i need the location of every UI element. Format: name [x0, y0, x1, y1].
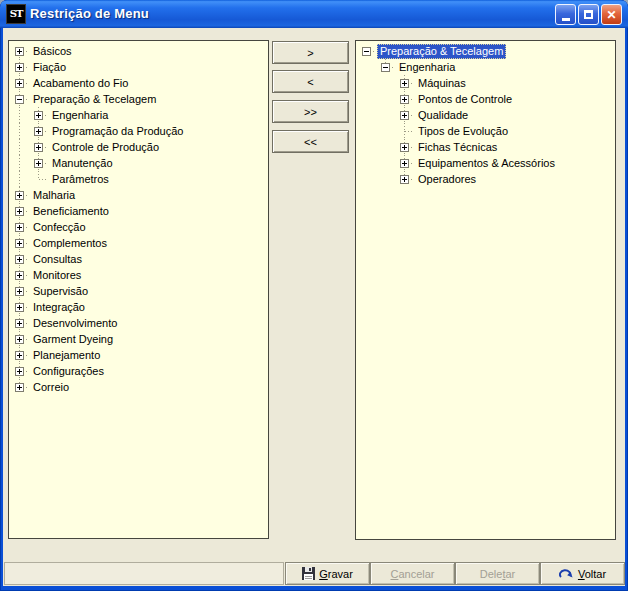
- tree-item-label[interactable]: Desenvolvimento: [30, 316, 120, 331]
- tree-item-label[interactable]: Qualidade: [415, 108, 471, 123]
- tree-item-label[interactable]: Manutenção: [49, 156, 116, 171]
- tree-item[interactable]: Confecção: [9, 219, 268, 235]
- tree-item[interactable]: Programação da Produção: [9, 123, 268, 139]
- tree-item[interactable]: Preparação & Tecelagem: [356, 43, 615, 59]
- tree-item[interactable]: Preparação & Tecelagem: [9, 91, 268, 107]
- tree-item-label[interactable]: Máquinas: [415, 76, 469, 91]
- expand-plus-icon[interactable]: [15, 303, 24, 312]
- expand-plus-icon[interactable]: [15, 271, 24, 280]
- tree-item[interactable]: Desenvolvimento: [9, 315, 268, 331]
- tree-item-label[interactable]: Beneficiamento: [30, 204, 112, 219]
- tree-item-label[interactable]: Pontos de Controle: [415, 92, 515, 107]
- tree-item-label[interactable]: Preparação & Tecelagem: [377, 44, 506, 59]
- move-all-right-button[interactable]: >>: [272, 100, 349, 123]
- minimize-button[interactable]: [555, 4, 576, 25]
- expand-plus-icon[interactable]: [34, 159, 43, 168]
- tree-item[interactable]: Qualidade: [356, 107, 615, 123]
- expand-plus-icon[interactable]: [400, 111, 409, 120]
- cancelar-button[interactable]: Cancelar: [370, 562, 455, 585]
- move-all-left-button[interactable]: <<: [272, 130, 349, 153]
- tree-item[interactable]: Básicos: [9, 43, 268, 59]
- expand-plus-icon[interactable]: [400, 79, 409, 88]
- tree-item-label[interactable]: Acabamento do Fio: [30, 76, 131, 91]
- tree-item-label[interactable]: Fiação: [30, 60, 69, 75]
- tree-item-label[interactable]: Parâmetros: [49, 172, 112, 187]
- tree-item[interactable]: Correio: [9, 379, 268, 395]
- expand-plus-icon[interactable]: [15, 287, 24, 296]
- tree-item-label[interactable]: Equipamentos & Acessórios: [415, 156, 558, 171]
- tree-item[interactable]: Complementos: [9, 235, 268, 251]
- titlebar[interactable]: ST Restrição de Menu ✕: [0, 0, 628, 28]
- gravar-button[interactable]: Gravar: [285, 562, 370, 585]
- tree-item[interactable]: Acabamento do Fio: [9, 75, 268, 91]
- tree-item[interactable]: Malharia: [9, 187, 268, 203]
- selected-menu-tree[interactable]: Preparação & TecelagemEngenhariaMáquinas…: [355, 40, 616, 540]
- expand-plus-icon[interactable]: [34, 143, 43, 152]
- expand-plus-icon[interactable]: [400, 143, 409, 152]
- tree-item-label[interactable]: Planejamento: [30, 348, 103, 363]
- tree-item-label[interactable]: Complementos: [30, 236, 110, 251]
- tree-item[interactable]: Integração: [9, 299, 268, 315]
- close-button[interactable]: ✕: [601, 4, 622, 25]
- tree-item[interactable]: Controle de Produção: [9, 139, 268, 155]
- expand-plus-icon[interactable]: [400, 159, 409, 168]
- tree-item[interactable]: Operadores: [356, 171, 615, 187]
- available-menu-tree[interactable]: BásicosFiaçãoAcabamento do FioPreparação…: [8, 40, 269, 539]
- tree-item-label[interactable]: Controle de Produção: [49, 140, 162, 155]
- tree-item[interactable]: Manutenção: [9, 155, 268, 171]
- move-left-button[interactable]: <: [272, 70, 349, 93]
- tree-item-label[interactable]: Tipos de Evolução: [415, 124, 511, 139]
- voltar-button[interactable]: Voltar: [540, 562, 625, 585]
- tree-item-label[interactable]: Operadores: [415, 172, 479, 187]
- expand-plus-icon[interactable]: [15, 47, 24, 56]
- expand-plus-icon[interactable]: [15, 367, 24, 376]
- expand-plus-icon[interactable]: [15, 79, 24, 88]
- tree-item[interactable]: Máquinas: [356, 75, 615, 91]
- tree-item[interactable]: Fiação: [9, 59, 268, 75]
- collapse-minus-icon[interactable]: [381, 63, 390, 72]
- tree-item[interactable]: Engenharia: [356, 59, 615, 75]
- tree-item-label[interactable]: Garment Dyeing: [30, 332, 116, 347]
- tree-item[interactable]: Garment Dyeing: [9, 331, 268, 347]
- expand-plus-icon[interactable]: [15, 191, 24, 200]
- tree-item[interactable]: Tipos de Evolução: [356, 123, 615, 139]
- tree-item[interactable]: Supervisão: [9, 283, 268, 299]
- tree-item[interactable]: Beneficiamento: [9, 203, 268, 219]
- tree-item[interactable]: Pontos de Controle: [356, 91, 615, 107]
- tree-item[interactable]: Monitores: [9, 267, 268, 283]
- tree-item[interactable]: Consultas: [9, 251, 268, 267]
- tree-item-label[interactable]: Monitores: [30, 268, 84, 283]
- expand-plus-icon[interactable]: [400, 175, 409, 184]
- tree-item-label[interactable]: Correio: [30, 380, 72, 395]
- maximize-button[interactable]: [578, 4, 599, 25]
- tree-item-label[interactable]: Consultas: [30, 252, 85, 267]
- move-right-button[interactable]: >: [272, 41, 349, 64]
- expand-plus-icon[interactable]: [15, 63, 24, 72]
- collapse-minus-icon[interactable]: [15, 95, 24, 104]
- expand-plus-icon[interactable]: [15, 351, 24, 360]
- tree-item-label[interactable]: Supervisão: [30, 284, 91, 299]
- tree-item[interactable]: Equipamentos & Acessórios: [356, 155, 615, 171]
- expand-plus-icon[interactable]: [15, 255, 24, 264]
- tree-item[interactable]: Fichas Técnicas: [356, 139, 615, 155]
- tree-item-label[interactable]: Configurações: [30, 364, 107, 379]
- tree-item-label[interactable]: Engenharia: [396, 60, 458, 75]
- tree-item[interactable]: Planejamento: [9, 347, 268, 363]
- expand-plus-icon[interactable]: [15, 335, 24, 344]
- expand-plus-icon[interactable]: [15, 223, 24, 232]
- tree-item-label[interactable]: Malharia: [30, 188, 78, 203]
- expand-plus-icon[interactable]: [34, 127, 43, 136]
- collapse-minus-icon[interactable]: [362, 47, 371, 56]
- tree-item[interactable]: Configurações: [9, 363, 268, 379]
- expand-plus-icon[interactable]: [15, 239, 24, 248]
- expand-plus-icon[interactable]: [15, 383, 24, 392]
- expand-plus-icon[interactable]: [400, 95, 409, 104]
- tree-item-label[interactable]: Engenharia: [49, 108, 111, 123]
- tree-item-label[interactable]: Integração: [30, 300, 88, 315]
- tree-item-label[interactable]: Preparação & Tecelagem: [30, 92, 159, 107]
- tree-item-label[interactable]: Programação da Produção: [49, 124, 186, 139]
- expand-plus-icon[interactable]: [15, 319, 24, 328]
- tree-item[interactable]: Engenharia: [9, 107, 268, 123]
- tree-item[interactable]: Parâmetros: [9, 171, 268, 187]
- expand-plus-icon[interactable]: [15, 207, 24, 216]
